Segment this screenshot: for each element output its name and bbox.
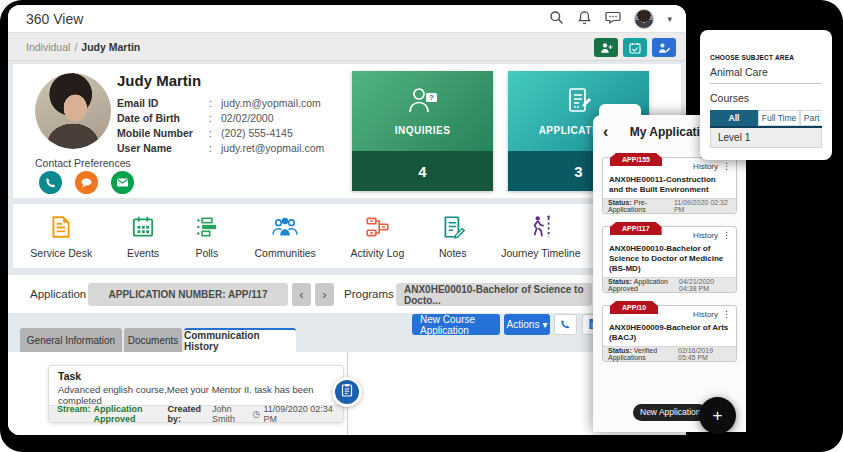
breadcrumb-section[interactable]: Individual bbox=[26, 41, 70, 53]
polls-bars-icon bbox=[194, 214, 220, 244]
task-created: Created by:John Smith◷11/09/2020 02:34 P… bbox=[167, 404, 335, 424]
application-bar: Application APPLICATION NUMBER: APP/117 … bbox=[8, 274, 686, 313]
chevron-right-icon: › bbox=[322, 287, 326, 302]
field-label: Email ID bbox=[117, 97, 209, 109]
next-application-button[interactable]: › bbox=[315, 283, 334, 306]
field-value: judy.m@yopmail.com bbox=[221, 97, 321, 109]
profile-photo bbox=[35, 73, 111, 149]
timeline-task-node[interactable] bbox=[332, 377, 362, 407]
avatar-caret-icon[interactable]: ▾ bbox=[667, 14, 672, 24]
schedule-button[interactable] bbox=[623, 38, 647, 57]
application-date: 11/09/2020 02:32 PM bbox=[674, 199, 731, 213]
application-status: Status:Application Approved bbox=[608, 278, 679, 292]
inquiries-card-top: ? INQUIRIES bbox=[352, 71, 493, 151]
new-application-fab[interactable]: + bbox=[699, 397, 736, 434]
quick-link-polls[interactable]: Polls bbox=[194, 214, 220, 259]
person-question-icon: ? bbox=[406, 86, 440, 120]
history-menu[interactable]: History⋮ bbox=[693, 230, 731, 240]
subject-area-value[interactable]: Animal Care bbox=[710, 61, 822, 84]
course-level-row[interactable]: Level 1 bbox=[710, 128, 822, 148]
quick-links-row: Service Desk Events Polls Communities Ac… bbox=[13, 204, 598, 268]
field-colon: : bbox=[209, 97, 221, 109]
application-ribbon: APP/117 bbox=[610, 222, 662, 235]
created-by-value: John Smith bbox=[212, 404, 250, 424]
application-name: ANX0HE00011-Construction and the Built E… bbox=[609, 175, 730, 195]
kebab-menu-icon[interactable]: ⋮ bbox=[722, 230, 731, 240]
breadcrumb-current: Judy Martin bbox=[81, 41, 140, 53]
clipboard-icon bbox=[340, 383, 354, 401]
task-footer: Stream:Application Approved Created by:J… bbox=[49, 405, 343, 422]
contact-preferences-label: Contact Preferences bbox=[35, 157, 131, 169]
application-number-pill[interactable]: APPLICATION NUMBER: APP/117 bbox=[88, 283, 288, 306]
breadcrumb: Individual/Judy Martin bbox=[26, 41, 140, 53]
journey-timeline-icon bbox=[528, 214, 554, 244]
tab-documents[interactable]: Documents bbox=[124, 328, 182, 352]
quick-link-journey-timeline[interactable]: Journey Timeline bbox=[501, 214, 580, 259]
application-ribbon: APP/155 bbox=[610, 153, 662, 166]
application-status: Status:Verified Applications bbox=[608, 347, 678, 361]
my-application-panel: ‹ My Application APP/155 History⋮ ANX0HE… bbox=[593, 115, 746, 432]
kebab-menu-icon[interactable]: ⋮ bbox=[722, 161, 731, 171]
status-label: Status: bbox=[608, 347, 632, 354]
courses-tab-full-time[interactable]: Full Time bbox=[758, 110, 800, 126]
stream-label: Stream: bbox=[57, 404, 91, 424]
people-group-icon bbox=[271, 214, 299, 244]
history-label: History bbox=[693, 162, 718, 171]
profile-field-row: User Name:judy.ret@yopmail.com bbox=[117, 140, 324, 155]
page-title: 360 View bbox=[26, 11, 83, 27]
history-menu[interactable]: History⋮ bbox=[693, 161, 731, 171]
courses-tab-all[interactable]: All bbox=[710, 110, 758, 126]
quick-link-label: Polls bbox=[195, 247, 218, 259]
program-select-pill[interactable]: ANX0HE00010-Bachelor of Science to Docto… bbox=[396, 283, 592, 306]
application-footer: Status:Application Approved 04/21/2020 0… bbox=[603, 277, 736, 292]
application-card[interactable]: APP/10 History⋮ ANX0HE00009-Bachelor of … bbox=[602, 305, 737, 362]
choose-subject-area-card: CHOOSE SUBJECT AREA Animal Care Courses … bbox=[700, 30, 832, 160]
quick-link-events[interactable]: Events bbox=[127, 214, 159, 259]
tab-general-information[interactable]: General Information bbox=[20, 328, 122, 352]
quick-link-communities[interactable]: Communities bbox=[255, 214, 316, 259]
application-date: 04/21/2020 04:38 PM bbox=[679, 278, 731, 292]
email-icon[interactable] bbox=[111, 171, 134, 194]
phone-icon[interactable] bbox=[39, 171, 62, 194]
actions-dropdown-button[interactable]: Actions ▾ bbox=[504, 314, 550, 335]
new-course-application-button[interactable]: New Course Application bbox=[412, 314, 500, 335]
quick-link-label: Activity Log bbox=[351, 247, 405, 259]
chat-bubble-icon[interactable] bbox=[75, 171, 98, 194]
search-icon[interactable] bbox=[549, 10, 564, 29]
notifications-bell-icon[interactable] bbox=[577, 10, 592, 29]
application-list: APP/155 History⋮ ANX0HE00011-Constructio… bbox=[593, 149, 746, 362]
topbar-icons: ▾ bbox=[549, 9, 672, 29]
history-menu[interactable]: History⋮ bbox=[693, 309, 731, 319]
tab-communication-history[interactable]: Communication History bbox=[184, 328, 296, 352]
courses-tab-part-time[interactable]: Part Time bbox=[800, 110, 822, 126]
application-ribbon: APP/10 bbox=[610, 301, 658, 314]
kebab-menu-icon[interactable]: ⋮ bbox=[722, 309, 731, 319]
call-button[interactable] bbox=[554, 314, 577, 335]
user-avatar[interactable] bbox=[634, 9, 654, 29]
new-application-tooltip: New Application bbox=[633, 404, 707, 421]
created-at: 11/09/2020 02:34 PM bbox=[263, 404, 335, 424]
field-label: Date of Birth bbox=[117, 112, 209, 124]
profile-name: Judy Martin bbox=[117, 72, 201, 89]
task-stream: Stream:Application Approved bbox=[57, 404, 167, 424]
quick-link-notes[interactable]: Notes bbox=[439, 214, 466, 259]
add-contact-button[interactable] bbox=[594, 38, 618, 57]
chat-icon[interactable] bbox=[605, 10, 621, 29]
field-value: judy.ret@yopmail.com bbox=[221, 142, 324, 154]
phone-icon bbox=[560, 316, 571, 334]
quick-link-activity-log[interactable]: Activity Log bbox=[351, 214, 405, 259]
task-title: Task bbox=[58, 370, 81, 382]
service-desk-icon bbox=[48, 214, 74, 244]
quick-link-label: Notes bbox=[439, 247, 466, 259]
prev-application-button[interactable]: ‹ bbox=[292, 283, 311, 306]
quick-link-label: Journey Timeline bbox=[501, 247, 580, 259]
quick-link-service-desk[interactable]: Service Desk bbox=[30, 214, 92, 259]
inquiries-count: 4 bbox=[352, 151, 493, 191]
application-card[interactable]: APP/117 History⋮ ANX0HE00010-Bachelor of… bbox=[602, 226, 737, 293]
application-status: Status:Pre-Applications bbox=[608, 199, 674, 213]
inquiries-card[interactable]: ? INQUIRIES 4 bbox=[352, 71, 493, 191]
profile-fields: Email ID:judy.m@yopmail.com Date of Birt… bbox=[117, 95, 324, 155]
status-label: Status: bbox=[608, 278, 632, 285]
application-card[interactable]: APP/155 History⋮ ANX0HE00011-Constructio… bbox=[602, 157, 737, 214]
edit-profile-button[interactable] bbox=[652, 38, 676, 57]
